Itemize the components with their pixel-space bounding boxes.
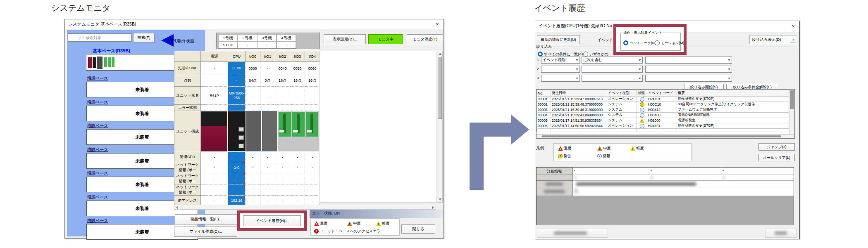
chevron-down-icon[interactable] [576,59,578,61]
grid-cell[interactable]: - [201,162,228,173]
sidebar-item-extension-base[interactable]: 増設ベース [87,194,108,200]
condition-operator-combobox[interactable] [582,75,643,82]
grid-cell[interactable]: - [275,173,290,184]
condition-field-combobox[interactable]: イベント種別 [541,57,580,64]
hscrollbar-thumb[interactable] [541,135,781,137]
chevron-down-icon[interactable] [639,68,641,70]
grid-cell[interactable]: - [260,162,275,173]
grid-cell[interactable]: - [275,184,290,196]
sidebar-item-extension-base[interactable]: 増設ベース [87,76,108,81]
chevron-down-icon[interactable] [639,78,641,79]
condition-value-combobox[interactable] [645,75,732,82]
grid-cell[interactable]: 0050 [290,62,305,75]
grid-cell[interactable]: - [275,87,290,105]
grid-cell[interactable]: - [275,162,290,173]
grid-cell[interactable]: - [305,184,320,196]
search-button[interactable]: 検索(F) [133,33,155,43]
grid-cell[interactable]: - [290,87,305,105]
grid-cell[interactable]: 0000 [246,62,260,75]
filter-display-toggle[interactable]: 絞り込み表示(D) « [749,35,797,44]
grid-cell[interactable]: - [228,105,246,111]
condition-value-combobox[interactable] [645,57,732,64]
grid-cell[interactable]: 16点 [305,75,320,87]
grid-cell[interactable]: - [305,173,320,184]
power-module-image[interactable] [201,111,227,151]
io-module-image[interactable] [279,112,291,137]
grid-cell[interactable]: MXR500-256 [228,87,246,105]
grid-cell[interactable]: 0040 [275,62,290,75]
grid-cell[interactable]: - [246,184,260,196]
grid-cell[interactable]: 64点 [246,75,260,87]
event-row[interactable]: 000062025/01/17 14:50:56.592020544オペレーショ… [537,123,789,129]
scroll-up-icon[interactable] [439,53,442,55]
grid-cell[interactable]: - [305,105,320,111]
grid-cell[interactable]: - [228,184,246,196]
vscrollbar-thumb[interactable] [790,90,794,109]
grid-cell[interactable]: - [290,105,305,111]
grid-cell[interactable]: - [246,162,260,173]
event-row[interactable]: 000042025/01/21 15:39:43.899000000システムiH… [537,113,789,118]
event-row[interactable]: 000032025/01/21 15:39:46.319000000システムiH… [537,107,789,113]
condition-operator-combobox[interactable]: に次を含む [582,57,643,64]
vertical-scrollbar-thumb[interactable] [438,57,442,119]
unit-search-input[interactable] [68,33,131,42]
motion-radio[interactable]: モーション(M) [655,39,684,46]
io-module-image[interactable] [306,112,318,137]
event-row[interactable]: 000012025/01/21 15:39:47.889007616オペレーショ… [537,97,789,102]
grid-cell[interactable]: R61P [201,87,228,105]
sidebar-item-extension-base[interactable]: 増設ベース [87,99,108,105]
grid-cell[interactable]: - [228,152,246,162]
chevron-down-icon[interactable] [728,78,730,79]
grid-cell[interactable]: 0060 [305,62,320,75]
grid-cell[interactable]: - [201,62,228,75]
grid-cell[interactable]: - [290,152,305,162]
close-icon[interactable]: × [431,19,444,29]
monitor-stop-button[interactable]: モニタ停止(T) [407,34,443,44]
grid-cell[interactable]: - [246,105,260,111]
event-table-vscrollbar[interactable] [789,90,794,134]
display-setting-button[interactable]: 表示設定(D)... [324,34,366,44]
event-row[interactable]: 000022025/01/21 15:39:46.376000000システム!H… [537,102,789,107]
grid-cell[interactable]: - [260,173,275,184]
chevron-down-icon[interactable] [728,68,730,70]
grid-cell[interactable]: - [201,105,228,111]
event-table-hscrollbar[interactable] [537,134,794,138]
grid-cell[interactable]: 16点 [275,75,290,87]
grid-cell[interactable]: - [228,75,246,87]
close-icon[interactable]: × [787,21,799,32]
grid-cell[interactable]: - [201,184,228,196]
event-history-button[interactable]: イベント履歴(H)... [243,215,301,226]
scroll-right-icon[interactable] [432,206,434,209]
condition-value-combobox[interactable] [645,66,732,73]
grid-cell[interactable]: - [260,87,275,105]
grid-cell[interactable]: 3E00 [228,62,246,75]
io-module-image[interactable] [292,112,305,137]
grid-cell[interactable]: 1-0 [228,162,246,173]
grid-cell[interactable]: - [275,105,290,111]
sidebar-item-extension-base[interactable]: 増設ベース [87,147,108,153]
grid-cell[interactable]: - [246,152,260,162]
all-clear-button[interactable]: オールクリア(L) [758,154,795,161]
grid-cell[interactable]: - [228,173,246,184]
product-info-button[interactable]: 製品情報一覧(L)... [175,214,238,224]
grid-cell[interactable]: - [305,87,320,105]
grid-cell[interactable]: - [260,184,275,196]
grid-cell[interactable]: - [305,162,320,173]
grid-cell[interactable]: - [246,173,260,184]
grid-cell[interactable]: - [201,173,228,184]
chevron-down-icon[interactable] [576,78,578,79]
event-row[interactable]: 000052025/01/17 14:51:30.938335664システム!H… [537,118,789,123]
sidebar-item-extension-base[interactable]: 増設ベース [87,123,108,129]
sidebar-item-extension-base[interactable]: 増設ベース [87,218,108,224]
grid-cell[interactable]: - [290,184,305,196]
grid-vertical-scrollbar[interactable] [437,51,443,203]
grid-cell[interactable]: 0点 [260,75,275,87]
grid-cell[interactable]: 16点 [290,75,305,87]
grid-cell[interactable]: - [260,105,275,111]
chevron-down-icon[interactable] [728,59,730,61]
condition-field-combobox[interactable] [541,75,580,82]
grid-cell[interactable]: - [290,173,305,184]
scroll-left-icon[interactable] [176,206,178,209]
redacted-save-button[interactable] [537,229,608,238]
sidebar-item-extension-base[interactable]: 増設ベース [87,170,108,176]
